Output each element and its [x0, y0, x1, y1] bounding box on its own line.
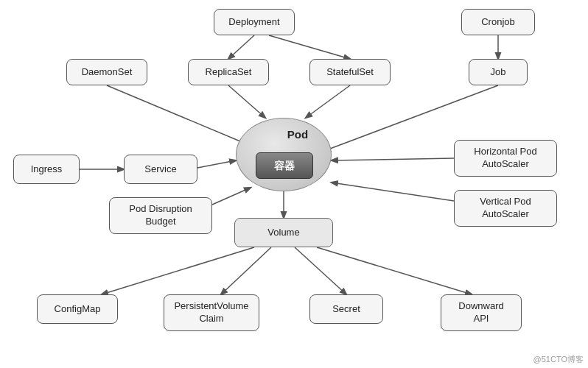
watermark: @51CTO博客 [533, 354, 584, 365]
hpa-label: Horizontal Pod AutoScaler [474, 146, 536, 171]
secret-node: Secret [309, 294, 383, 324]
ingress-node: Ingress [13, 155, 80, 184]
svg-line-0 [228, 35, 254, 59]
pvc-label: PersistentVolume Claim [174, 300, 248, 325]
pod-disruption-budget-label: Pod Disruption Budget [129, 203, 192, 228]
svg-line-13 [102, 247, 254, 294]
downward-api-label: Downward API [458, 300, 503, 325]
hpa-node: Horizontal Pod AutoScaler [454, 140, 557, 177]
svg-line-9 [212, 188, 251, 205]
svg-line-5 [306, 85, 350, 118]
replicaset-node: ReplicaSet [188, 59, 269, 85]
svg-line-10 [332, 158, 454, 160]
job-node: Job [469, 59, 528, 85]
svg-line-3 [107, 85, 254, 147]
svg-line-15 [295, 247, 346, 294]
svg-line-14 [221, 247, 271, 294]
downward-api-node: Downward API [441, 294, 522, 331]
service-node: Service [124, 155, 197, 184]
daemonset-node: DaemonSet [66, 59, 147, 85]
volume-node: Volume [234, 218, 333, 247]
pvc-node: PersistentVolume Claim [164, 294, 259, 331]
svg-line-4 [228, 85, 265, 118]
configmap-node: ConfigMap [37, 294, 118, 324]
cronjob-node: Cronjob [461, 9, 535, 35]
svg-line-8 [197, 160, 236, 168]
deployment-node: Deployment [214, 9, 295, 35]
pod-node: Pod 容器 [236, 118, 332, 191]
vpa-label: Vertical Pod AutoScaler [480, 196, 531, 221]
svg-line-16 [317, 247, 472, 294]
container-node: 容器 [256, 152, 313, 179]
statefulset-node: StatefulSet [309, 59, 391, 85]
svg-line-1 [269, 35, 350, 59]
vpa-node: Vertical Pod AutoScaler [454, 190, 557, 227]
pod-disruption-budget-node: Pod Disruption Budget [109, 197, 212, 234]
svg-line-11 [332, 183, 454, 201]
pod-label: Pod [287, 127, 308, 142]
kubernetes-diagram: Deployment Cronjob DaemonSet ReplicaSet … [0, 0, 588, 368]
